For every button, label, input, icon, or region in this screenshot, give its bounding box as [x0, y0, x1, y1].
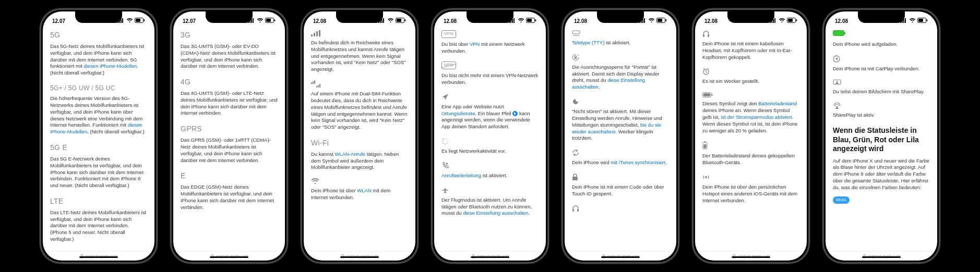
- entry-desc: Eine App oder Website nutzt Ortungsdiens…: [441, 104, 539, 130]
- entry-desc: Dein iPhone wird aufgeladen.: [833, 41, 930, 48]
- inline-link[interactable]: WLAN-Anrufe: [334, 151, 365, 157]
- status-entry: "Nicht stören" ist aktiviert. Mit dieser…: [572, 98, 669, 142]
- phone-frame: 12.08Dein iPhone wird aufgeladen.Dein iP…: [822, 8, 940, 264]
- inline-link[interactable]: diesen iPhone-Modellen: [83, 63, 137, 69]
- entry-desc: Du befindest dich in Reichweite eines Mo…: [311, 40, 408, 73]
- page-content[interactable]: 3GDas 3G-UMTS (GSM)- oder EV-DO (CDMA)-N…: [173, 27, 285, 251]
- status-entry: Der Flugmodus ist aktiviert. Um Anrufe t…: [441, 187, 539, 217]
- phone-frame: 12.08Teletype (TTY) ist aktiviert.Die Au…: [561, 8, 679, 264]
- url-bar[interactable]: support.apple.com: [434, 251, 546, 261]
- page-content[interactable]: Du befindest dich in Reichweite eines Mo…: [304, 27, 415, 251]
- inline-link[interactable]: diesen iPhone-Modellen: [50, 122, 142, 134]
- inline-link[interactable]: diese Einstellung ausschalten: [463, 210, 528, 216]
- svg-rect-47: [441, 141, 444, 141]
- url-bar[interactable]: support.apple.com: [43, 251, 154, 261]
- entry-desc: "Nicht stören" ist aktiviert. Mit dieser…: [572, 108, 669, 142]
- svg-rect-41: [445, 138, 445, 140]
- sync-icon: [572, 149, 669, 156]
- status-time: 12.08: [704, 18, 718, 24]
- notch: [858, 11, 905, 23]
- svg-rect-82: [704, 142, 706, 143]
- svg-rect-5: [136, 19, 140, 22]
- entry-head: LTE: [50, 196, 147, 206]
- notch: [206, 11, 253, 23]
- svg-rect-21: [397, 19, 401, 22]
- hotspot-icon: [702, 174, 799, 181]
- status-entry: Dein iPhone ist mit einem Code oder über…: [572, 174, 669, 197]
- svg-rect-26: [319, 30, 320, 36]
- url-bar[interactable]: support.apple.com: [695, 251, 807, 261]
- home-indicator[interactable]: [79, 256, 118, 258]
- status-time: 12.07: [52, 18, 65, 24]
- url-bar[interactable]: support.apple.com: [565, 251, 676, 261]
- inline-link[interactable]: Teletype (TTY): [572, 40, 604, 45]
- inline-link[interactable]: Ortungsdienste: [441, 110, 475, 116]
- url-bar[interactable]: support.apple.com: [304, 251, 415, 261]
- cell-bars-icon: [311, 30, 408, 36]
- svg-rect-83: [704, 144, 707, 149]
- entry-desc: Du bist nicht mehr mit einem VPN-Netzwer…: [441, 72, 539, 86]
- charge-icon: [833, 30, 930, 38]
- entry-desc: Die höherfrequente Version des 5G-Netzwe…: [50, 95, 147, 135]
- entry-desc: Es liegt Netzwerkaktivität vor.: [441, 148, 539, 155]
- svg-rect-57: [572, 31, 580, 34]
- inline-link[interactable]: ist der Stromsparmodus aktiviert: [721, 114, 792, 120]
- status-entry: Die Ausrichtungssperre für "Porträt" ist…: [572, 54, 669, 91]
- status-entry: Teletype (TTY) ist aktiviert.: [572, 30, 669, 46]
- inline-link[interactable]: Anrufweiterleitung: [441, 172, 481, 178]
- orient-lock-icon: [572, 54, 669, 61]
- page-content[interactable]: Dein iPhone ist mit einem kabellosen Hea…: [695, 27, 807, 251]
- entry-desc: Auf einem iPhone mit Dual-SIM-Funktion b…: [311, 91, 408, 131]
- status-entry: LTEDas LTE-Netz deines Mobilfunkanbieter…: [50, 196, 147, 243]
- svg-point-60: [577, 35, 578, 36]
- alarm-icon: [702, 68, 799, 75]
- svg-rect-56: [666, 19, 667, 21]
- page-content[interactable]: Dein iPhone wird aufgeladen.Dein iPhone …: [826, 27, 937, 251]
- entry-desc: Das LTE-Netz deines Mobilfunkanbieters i…: [50, 209, 147, 243]
- entry-desc: Dein iPhone ist über den persönlichen Ho…: [702, 184, 799, 204]
- inline-link[interactable]: diese Einstellung ausschalten: [572, 77, 645, 90]
- home-indicator[interactable]: [210, 256, 248, 258]
- status-entry: 5G EDas 5G E-Netzwerk deines Mobilfunkan…: [50, 143, 147, 189]
- entry-head: 3G: [181, 30, 278, 40]
- home-indicator[interactable]: [471, 256, 509, 258]
- airplane-icon: [441, 187, 539, 194]
- svg-rect-31: [318, 85, 319, 88]
- inline-link[interactable]: WLAN: [357, 188, 371, 193]
- vpn-icon: VPN: [441, 30, 539, 38]
- status-entry: Anrufweiterleitung ist aktiviert.: [441, 162, 539, 179]
- status-indicators: [117, 18, 145, 24]
- inline-link[interactable]: VPN: [470, 41, 480, 47]
- svg-rect-75: [703, 34, 704, 37]
- home-indicator[interactable]: [340, 256, 379, 258]
- home-indicator[interactable]: [601, 256, 640, 258]
- home-indicator[interactable]: [862, 256, 901, 258]
- page-content[interactable]: VPNDu bist über VPN mit einem Netzwerk v…: [434, 27, 546, 251]
- svg-rect-30: [316, 86, 317, 88]
- location-icon: [441, 93, 539, 101]
- url-bar[interactable]: support.apple.com: [826, 251, 937, 261]
- tty-icon: [572, 30, 669, 36]
- svg-point-95: [836, 81, 838, 82]
- status-entry: Dein iPhone wird aufgeladen.: [833, 30, 930, 48]
- phone-frame: 12.08Du befindest dich in Reichweite ein…: [301, 8, 419, 264]
- inline-link[interactable]: mit iTunes synchronisiert: [611, 159, 665, 165]
- page-content[interactable]: 5GDas 5G-Netz deines Mobilfunkanbieters …: [43, 27, 154, 251]
- status-indicators: [639, 18, 667, 24]
- url-bar[interactable]: support.apple.com: [173, 251, 285, 261]
- notch: [75, 11, 122, 23]
- notch: [467, 11, 513, 23]
- entry-desc: SharePlay ist aktiv.: [833, 112, 930, 119]
- status-time: 12.08: [313, 18, 326, 24]
- inline-link[interactable]: Batterieladestand: [758, 101, 797, 106]
- entry-desc: Das 3G-UMTS (GSM)- oder EV-DO (CDMA)-Net…: [181, 43, 278, 70]
- entry-desc: Der Batterieladestand deines gekoppelten…: [702, 153, 799, 166]
- shareplay-screen-icon: [833, 79, 930, 85]
- svg-rect-46: [443, 142, 444, 144]
- entry-desc: Es ist ein Wecker gestellt.: [702, 78, 799, 85]
- inline-link[interactable]: bis du sie wieder ausschaltest: [572, 122, 661, 134]
- home-indicator[interactable]: [732, 256, 770, 258]
- entry-head: E: [181, 171, 278, 181]
- svg-rect-53: [644, 18, 645, 23]
- page-content[interactable]: Teletype (TTY) ist aktiviert.Die Ausrich…: [565, 27, 676, 251]
